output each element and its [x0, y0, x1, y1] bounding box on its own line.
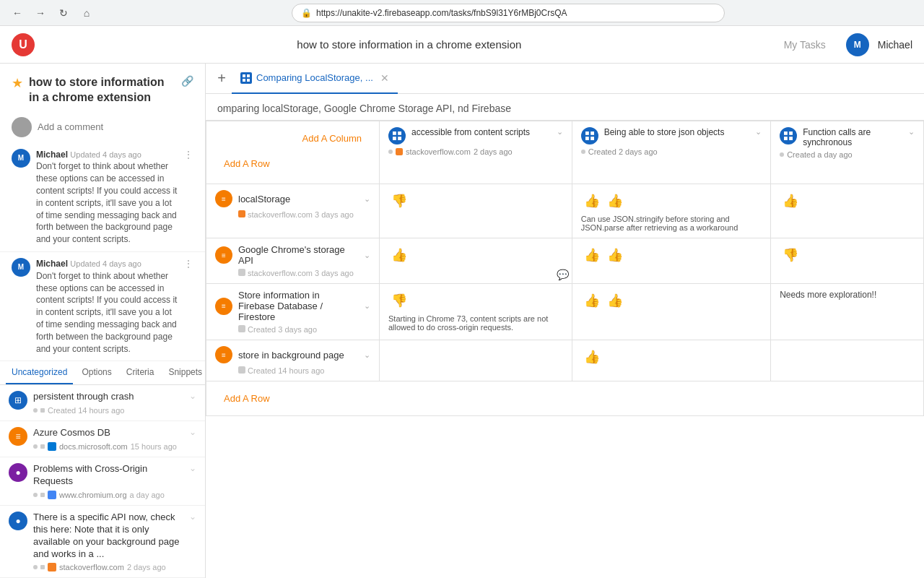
- source-favicon: [48, 442, 56, 451]
- add-row-button-bottom[interactable]: Add A Row: [215, 387, 279, 410]
- row-chevron-icon[interactable]: ⌄: [364, 251, 370, 260]
- col-chevron-icon[interactable]: ⌄: [755, 127, 762, 137]
- source-favicon: [48, 491, 56, 499]
- thumbs-up-icon: 👍: [581, 190, 603, 212]
- row-favicon: [238, 269, 245, 276]
- comment-menu-button[interactable]: ⋮: [183, 149, 193, 246]
- list-item[interactable]: ● Problems with Cross-Origin Requests ww…: [0, 457, 205, 506]
- row-meta: stackoverflow.com 3 days ago: [215, 269, 370, 277]
- list-item[interactable]: ● There is a specific API now, check thi…: [0, 506, 205, 578]
- tab-label: Comparing LocalStorage, ...: [256, 72, 373, 83]
- add-comment-input[interactable]: [38, 121, 193, 132]
- col-time: Created a day ago: [787, 150, 853, 159]
- item-meta: docs.microsoft.com 15 hours ago: [33, 442, 183, 451]
- grid-cell: [380, 340, 572, 381]
- row-label-cell: ≡ Google Chrome's storage API ⌄ stackove…: [206, 238, 380, 284]
- thumbs-container: 👍 👍: [581, 290, 762, 311]
- tab-criteria[interactable]: Criteria: [121, 361, 160, 384]
- row-header-col: Add A Column Add A Row: [206, 121, 380, 184]
- comment-menu-button[interactable]: ⋮: [183, 258, 193, 355]
- add-column-button[interactable]: Add A Column: [294, 127, 370, 150]
- refresh-button[interactable]: ↻: [55, 4, 72, 22]
- thumbs-up-icon: 👍: [581, 346, 603, 368]
- cell-text: Needs more exploration!!: [780, 290, 915, 300]
- item-chevron-icon[interactable]: ⌄: [189, 512, 196, 522]
- grid-cell: 👎: [771, 238, 924, 284]
- cell-comment-icon: 💬: [557, 269, 569, 280]
- left-sidebar: ★ how to store information in a chrome e…: [0, 64, 206, 578]
- thumbs-container: 👎: [388, 190, 563, 212]
- item-time: a day ago: [130, 491, 165, 499]
- column-header: Function calls are synchronous ⌄ Created…: [771, 121, 924, 184]
- item-time: 15 hours ago: [131, 442, 177, 451]
- tab-uncategorized[interactable]: Uncategorized: [6, 361, 73, 384]
- app-title: how to store information in a chrome ext…: [43, 38, 775, 51]
- svg-rect-10: [585, 137, 589, 140]
- thumbs-container: 👍 👍: [581, 244, 762, 266]
- row-chevron-icon[interactable]: ⌄: [364, 350, 370, 360]
- row-time: 3 days ago: [315, 269, 354, 277]
- table-row: ≡ store in background page ⌄ Created 14 …: [206, 340, 924, 381]
- meta-tag: [40, 444, 45, 449]
- col-favicon: [396, 148, 403, 155]
- list-item[interactable]: ⊞ persistent through crash Created 14 ho…: [0, 385, 205, 421]
- col-title: Function calls are synchronous: [803, 127, 902, 147]
- comment-body: Michael Updated 4 days ago Don't forget …: [36, 258, 178, 355]
- item-content: Problems with Cross-Origin Requests www.…: [33, 463, 183, 499]
- row-meta: Created 3 days ago: [215, 325, 370, 334]
- col-grid-icon: [780, 127, 797, 144]
- row-chevron-icon[interactable]: ⌄: [364, 301, 370, 311]
- thumbs-up-icon: 👍: [604, 190, 626, 212]
- svg-rect-13: [789, 131, 793, 135]
- item-content: persistent through crash Created 14 hour…: [33, 391, 183, 415]
- thumbs-up-icon: 👍: [780, 190, 801, 212]
- address-bar[interactable]: 🔒 https://unakite-v2.firebaseapp.com/tas…: [292, 4, 725, 22]
- my-tasks-button[interactable]: My Tasks: [784, 39, 826, 51]
- home-button[interactable]: ⌂: [78, 4, 95, 22]
- row-label-cell: ≡ Store information in Firebase Database…: [206, 284, 380, 340]
- back-button[interactable]: ←: [9, 4, 26, 22]
- add-tab-button[interactable]: +: [212, 69, 232, 89]
- add-row-row: Add A Row: [206, 381, 924, 416]
- main-tab[interactable]: Comparing LocalStorage, ... ✕: [232, 64, 398, 94]
- col-chevron-icon[interactable]: ⌄: [908, 127, 915, 137]
- col-time: Created 2 days ago: [588, 147, 658, 156]
- tab-options[interactable]: Options: [76, 361, 117, 384]
- add-row-button-top[interactable]: Add A Row: [215, 152, 279, 175]
- row-label-cell: ≡ localStorage ⌄ stackoverflow.com 3 day…: [206, 184, 380, 238]
- forward-button[interactable]: →: [32, 4, 49, 22]
- item-title: There is a specific API now, check this …: [33, 512, 183, 561]
- right-content: + Comparing LocalStorage, ... ✕ omparing…: [206, 64, 924, 578]
- grid-container[interactable]: Add A Column Add A Row: [206, 121, 924, 578]
- row-chevron-icon[interactable]: ⌄: [364, 194, 370, 204]
- browser-bar: ← → ↻ ⌂ 🔒 https://unakite-v2.firebaseapp…: [0, 0, 924, 26]
- thumbs-up-icon: 👍: [388, 244, 410, 266]
- link-icon[interactable]: 🔗: [181, 75, 193, 87]
- grid-subtitle: omparing localStorage, Google Chrome Sto…: [206, 94, 924, 121]
- item-chevron-icon[interactable]: ⌄: [189, 427, 196, 437]
- tab-grid-icon: [240, 72, 252, 84]
- tab-snippets[interactable]: Snippets: [162, 361, 205, 384]
- thumbs-down-icon: 👎: [388, 190, 410, 212]
- cell-text: Starting in Chrome 73, content scripts a…: [388, 314, 563, 332]
- list-item[interactable]: ≡ Azure Cosmos DB docs.microsoft.com 15 …: [0, 421, 205, 457]
- row-favicon: [238, 366, 245, 374]
- meta-dot: [33, 444, 38, 449]
- row-source: stackoverflow.com: [248, 269, 313, 277]
- tab-close-button[interactable]: ✕: [380, 72, 389, 84]
- comment-item: M Michael Updated 4 days ago Don't forge…: [0, 143, 205, 252]
- item-icon: ●: [9, 512, 27, 530]
- sidebar-header: ★ how to store information in a chrome e…: [0, 64, 205, 111]
- sidebar-tabs: Uncategorized Options Criteria Snippets …: [0, 361, 205, 385]
- thumbs-container: 👍: [780, 190, 915, 212]
- svg-rect-14: [784, 137, 788, 140]
- col-chevron-icon[interactable]: ⌄: [557, 127, 563, 137]
- row-title: Store information in Firebase Database /…: [238, 290, 358, 322]
- item-chevron-icon[interactable]: ⌄: [189, 463, 196, 473]
- grid-cell: 👎: [380, 184, 572, 238]
- thumbs-container: 👍 👍: [581, 190, 762, 212]
- star-icon[interactable]: ★: [12, 75, 23, 91]
- item-chevron-icon[interactable]: ⌄: [189, 391, 196, 401]
- meta-dot: [33, 565, 38, 569]
- item-title: Azure Cosmos DB: [33, 427, 183, 439]
